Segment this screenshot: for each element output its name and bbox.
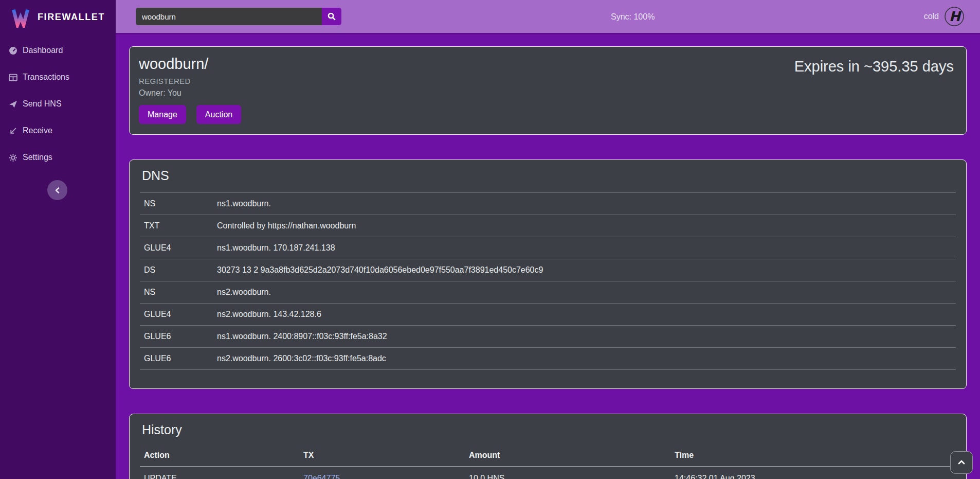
handshake-icon: H [944, 6, 965, 27]
history-card: History Action TX Amount Time UPDATE [129, 414, 967, 479]
dns-record-row: NS ns1.woodburn. [140, 193, 956, 215]
domain-expiry-label: Expires in ~395.35 days [794, 58, 954, 124]
domain-actions: Manage Auction [139, 105, 241, 124]
dns-record-type: NS [140, 193, 213, 215]
dns-table: NS ns1.woodburn. TXT Controlled by https… [140, 192, 956, 370]
sync-status: Sync: 100% [611, 12, 655, 22]
scroll-to-top-button[interactable] [950, 451, 973, 474]
dns-record-row: DS 30273 13 2 9a3a8fb3d625d2a2073d740f10… [140, 259, 956, 281]
main-content: woodburn/ REGISTERED Owner: You Manage A… [116, 34, 980, 479]
dns-record-type: NS [140, 281, 213, 304]
send-plane-icon [9, 100, 17, 109]
sidebar-item-label: Dashboard [23, 46, 63, 55]
dns-record-row: GLUE6 ns2.woodburn. 2600:3c02::f03c:93ff… [140, 348, 956, 370]
history-col-action: Action [140, 447, 299, 467]
dns-section-title: DNS [142, 168, 956, 183]
history-amount: 10.0 HNS [465, 467, 670, 479]
sidebar-item-settings[interactable]: Settings [0, 153, 116, 162]
top-bar: Sync: 100% cold H [116, 0, 980, 34]
app-title: FIREWALLET [38, 12, 105, 23]
dns-record-value: ns2.woodburn. 143.42.128.6 [213, 304, 956, 326]
dns-record-value: 30273 13 2 9a3a8fb3d625d2a2073d740f10da6… [213, 259, 956, 281]
history-col-amount: Amount [465, 447, 670, 467]
domain-card: woodburn/ REGISTERED Owner: You Manage A… [129, 46, 967, 135]
dns-record-type: DS [140, 259, 213, 281]
search-bar [136, 8, 341, 25]
sidebar-item-receive[interactable]: Receive [0, 126, 116, 135]
history-row: UPDATE 70e64775... 10.0 HNS 14:46:32 01 … [140, 467, 956, 479]
history-col-time: Time [670, 447, 956, 467]
history-action: UPDATE [140, 467, 299, 479]
sidebar-collapse-button[interactable] [47, 180, 67, 200]
history-section-title: History [142, 422, 956, 437]
sidebar-item-label: Transactions [23, 73, 69, 82]
dns-record-type: TXT [140, 215, 213, 237]
history-col-tx: TX [299, 447, 465, 467]
search-button[interactable] [322, 8, 341, 25]
dns-record-type: GLUE4 [140, 237, 213, 259]
dns-record-row: GLUE6 ns1.woodburn. 2400:8907::f03c:93ff… [140, 326, 956, 348]
sidebar-item-transactions[interactable]: Transactions [0, 73, 116, 82]
domain-card-left: woodburn/ REGISTERED Owner: You Manage A… [139, 56, 241, 124]
dns-record-row: GLUE4 ns1.woodburn. 170.187.241.138 [140, 237, 956, 259]
chevron-left-icon [53, 186, 62, 195]
firewallet-logo-icon [10, 7, 31, 28]
dns-record-type: GLUE4 [140, 304, 213, 326]
manage-button[interactable]: Manage [139, 105, 186, 124]
dns-record-row: TXT Controlled by https://nathan.woodbur… [140, 215, 956, 237]
dns-record-row: GLUE4 ns2.woodburn. 143.42.128.6 [140, 304, 956, 326]
domain-name: woodburn/ [139, 56, 241, 73]
chevron-up-icon [957, 458, 966, 467]
dns-record-value: ns2.woodburn. 2600:3c02::f03c:93ff:fe5a:… [213, 348, 956, 370]
search-icon [327, 12, 336, 21]
content-column: Sync: 100% cold H woodburn/ REGISTERED O… [116, 0, 980, 479]
dns-card: DNS NS ns1.woodburn. TXT Controlled by h… [129, 159, 967, 389]
wallet-name: cold [924, 12, 939, 21]
svg-text:H: H [949, 9, 962, 24]
dashboard-gauge-icon [9, 46, 17, 55]
sidebar-item-label: Receive [23, 126, 52, 135]
sidebar-item-label: Send HNS [23, 99, 62, 109]
dns-record-value: ns1.woodburn. [213, 193, 956, 215]
sidebar-item-send-hns[interactable]: Send HNS [0, 99, 116, 109]
history-time: 14:46:32 01 Aug 2023 [670, 467, 956, 479]
dns-record-row: NS ns2.woodburn. [140, 281, 956, 304]
receive-arrow-icon [9, 127, 17, 135]
search-input[interactable] [136, 8, 322, 25]
sidebar-menu: Dashboard Transactions Send HNS Receive [0, 46, 116, 162]
sidebar-item-dashboard[interactable]: Dashboard [0, 46, 116, 55]
dns-record-type: GLUE6 [140, 326, 213, 348]
transactions-table-icon [9, 73, 17, 82]
sidebar-item-label: Settings [23, 153, 52, 162]
app-logo: FIREWALLET [0, 0, 116, 34]
history-table: Action TX Amount Time UPDATE 70e64775...… [140, 447, 956, 479]
wallet-selector[interactable]: cold H [924, 6, 980, 27]
settings-gear-icon [9, 153, 17, 162]
auction-button[interactable]: Auction [196, 105, 241, 124]
app-window: FIREWALLET Dashboard Transactions Send H… [0, 0, 980, 479]
history-header-row: Action TX Amount Time [140, 447, 956, 467]
sidebar: FIREWALLET Dashboard Transactions Send H… [0, 0, 116, 479]
domain-status-label: REGISTERED [139, 77, 241, 85]
tx-link[interactable]: 70e64775... [303, 474, 347, 479]
domain-owner-label: Owner: You [139, 88, 241, 98]
dns-record-type: GLUE6 [140, 348, 213, 370]
dns-record-value: ns1.woodburn. 2400:8907::f03c:93ff:fe5a:… [213, 326, 956, 348]
dns-record-value: ns1.woodburn. 170.187.241.138 [213, 237, 956, 259]
dns-record-value: Controlled by https://nathan.woodburn [213, 215, 956, 237]
dns-record-value: ns2.woodburn. [213, 281, 956, 304]
